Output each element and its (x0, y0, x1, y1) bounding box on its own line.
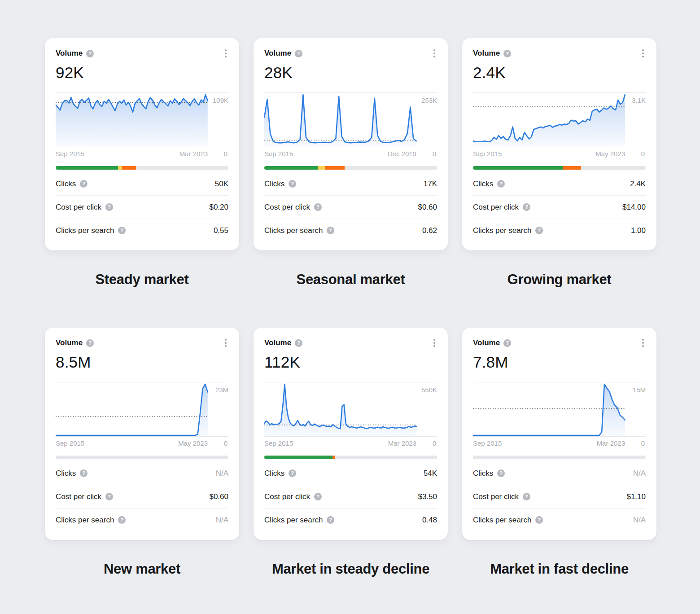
metric-label: Clicks (56, 180, 76, 189)
help-icon[interactable]: ? (497, 469, 505, 477)
kebab-dot (225, 56, 227, 57)
metric-label: Cost per click (56, 492, 101, 501)
help-icon[interactable]: ? (86, 50, 94, 57)
help-icon[interactable]: ? (497, 180, 505, 188)
volume-value: 7.8M (473, 354, 646, 371)
help-icon[interactable]: ? (118, 516, 126, 524)
metric-row-cost-per-click: Cost per click ? $0.20 (56, 195, 228, 219)
help-icon[interactable]: ? (523, 493, 530, 500)
help-icon[interactable]: ? (503, 339, 511, 347)
metric-row-cost-per-click: Cost per click ? $0.60 (264, 195, 437, 219)
cards-grid: Volume ? 92K 109K Sep 2015 Mar 2023 0 Cl… (45, 38, 700, 614)
chart-start-date: Sep 2015 (473, 439, 502, 447)
volume-sparkline-chart[interactable]: 3.1K (473, 92, 646, 147)
help-icon[interactable]: ? (105, 493, 113, 500)
metrics-list: Clicks ? N/A Cost per click ? $1.10 Clic… (473, 462, 646, 531)
metric-value: $0.60 (209, 492, 228, 501)
metric-label: Clicks per search (264, 516, 323, 525)
volume-value: 92K (56, 64, 228, 81)
kebab-menu-button[interactable] (640, 48, 646, 58)
kebab-dot (642, 49, 644, 51)
help-icon[interactable]: ? (523, 203, 530, 211)
kebab-dot (642, 342, 644, 344)
bar-segment-orange (563, 166, 581, 170)
chart-max-label: 23M (215, 386, 228, 394)
volume-card: Volume ? 7.8M 15M Sep 2015 Mar 2023 0 Cl… (462, 328, 656, 540)
help-icon[interactable]: ? (289, 180, 296, 188)
metric-row-clicks-per-search: Clicks per search ? 1.00 (473, 219, 646, 242)
kebab-menu-button[interactable] (223, 338, 228, 348)
metric-value: N/A (216, 516, 228, 525)
card-header: Volume ? (473, 38, 646, 58)
help-icon[interactable]: ? (314, 203, 322, 211)
volume-sparkline-chart[interactable]: 109K (56, 92, 228, 147)
clicks-distribution-bar (473, 456, 646, 459)
help-icon[interactable]: ? (295, 50, 302, 57)
kebab-menu-button[interactable] (640, 338, 646, 348)
metric-label: Clicks (473, 469, 493, 478)
cell-steady-decline: Volume ? 112K 550K Sep 2015 Mar 2023 0 C… (254, 328, 448, 614)
kebab-dot (225, 345, 227, 347)
help-icon[interactable]: ? (503, 50, 511, 57)
help-icon[interactable]: ? (535, 516, 543, 524)
help-icon[interactable]: ? (80, 469, 88, 477)
metric-value: 0.62 (422, 226, 437, 235)
metric-label: Cost per click (56, 203, 101, 212)
metric-value: N/A (633, 516, 646, 525)
metric-label: Cost per click (264, 203, 310, 212)
chart-end-date: May 2023 (178, 439, 208, 447)
chart-zero-label: 0 (433, 150, 436, 158)
volume-sparkline-chart[interactable]: 23M (56, 382, 228, 437)
chart-date-row: Sep 2015 Mar 2023 0 (473, 439, 646, 448)
market-caption: New market (45, 561, 239, 577)
kebab-menu-button[interactable] (223, 48, 228, 58)
cell-new-market: Volume ? 8.5M 23M Sep 2015 May 2023 0 Cl… (45, 328, 239, 614)
bar-segment-green (473, 166, 563, 170)
help-icon[interactable]: ? (327, 516, 334, 524)
sparkline-svg (56, 382, 228, 436)
help-icon[interactable]: ? (289, 469, 296, 477)
kebab-dot (433, 339, 435, 341)
volume-sparkline-chart[interactable]: 253K (264, 92, 437, 147)
metric-row-clicks-per-search: Clicks per search ? N/A (473, 508, 646, 531)
help-icon[interactable]: ? (86, 339, 94, 347)
bar-segment-orange (332, 456, 335, 459)
help-icon[interactable]: ? (80, 180, 88, 188)
kebab-menu-button[interactable] (432, 48, 437, 58)
metric-value: N/A (216, 469, 228, 478)
help-icon[interactable]: ? (314, 493, 322, 500)
metric-row-cost-per-click: Cost per click ? $1.10 (473, 485, 646, 508)
help-icon[interactable]: ? (118, 227, 126, 234)
chart-start-date: Sep 2015 (56, 439, 84, 447)
help-icon[interactable]: ? (105, 203, 113, 211)
volume-sparkline-chart[interactable]: 550K (264, 382, 437, 437)
bar-segment-yellow (118, 166, 122, 170)
volume-sparkline-chart[interactable]: 15M (473, 382, 646, 437)
metric-value: 1.00 (631, 226, 646, 235)
kebab-dot (433, 56, 435, 57)
volume-title: Volume (56, 338, 83, 347)
clicks-distribution-bar (473, 166, 646, 170)
page: Volume ? 92K 109K Sep 2015 Mar 2023 0 Cl… (0, 0, 700, 614)
metric-value: N/A (633, 469, 646, 478)
chart-max-label: 3.1K (632, 96, 646, 104)
kebab-menu-button[interactable] (432, 338, 437, 348)
metric-label: Clicks per search (473, 226, 531, 235)
chart-date-row: Sep 2015 May 2023 0 (473, 150, 646, 158)
bar-segment-green (56, 166, 118, 170)
metrics-list: Clicks ? 50K Cost per click ? $0.20 Clic… (56, 172, 228, 242)
metric-row-cost-per-click: Cost per click ? $0.60 (56, 485, 228, 508)
help-icon[interactable]: ? (535, 227, 543, 234)
chart-zero-label: 0 (641, 439, 645, 447)
cell-fast-decline: Volume ? 7.8M 15M Sep 2015 Mar 2023 0 Cl… (462, 328, 656, 614)
chart-end-date: May 2023 (595, 150, 625, 158)
kebab-dot (433, 342, 435, 344)
metric-row-clicks: Clicks ? 54K (264, 462, 437, 485)
help-icon[interactable]: ? (327, 227, 334, 234)
clicks-distribution-bar (264, 456, 437, 459)
metric-row-clicks: Clicks ? N/A (473, 462, 646, 485)
chart-end-date: Mar 2023 (597, 439, 625, 447)
chart-start-date: Sep 2015 (473, 150, 502, 158)
sparkline-svg (473, 382, 646, 436)
help-icon[interactable]: ? (295, 339, 302, 347)
